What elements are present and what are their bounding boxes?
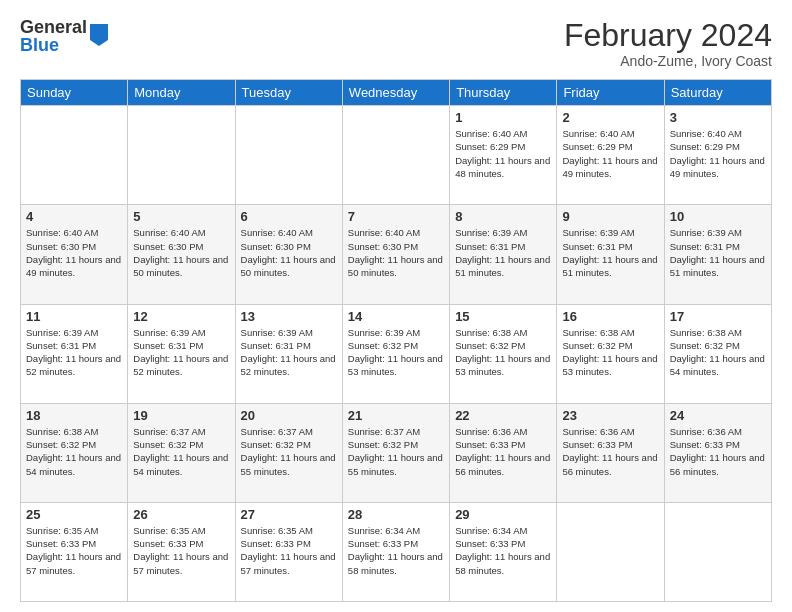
day-info: Sunrise: 6:40 AMSunset: 6:29 PMDaylight:… xyxy=(670,128,765,179)
day-number: 17 xyxy=(670,309,766,324)
day-number: 23 xyxy=(562,408,658,423)
calendar-cell: 10Sunrise: 6:39 AMSunset: 6:31 PMDayligh… xyxy=(664,205,771,304)
day-number: 3 xyxy=(670,110,766,125)
calendar-cell: 27Sunrise: 6:35 AMSunset: 6:33 PMDayligh… xyxy=(235,502,342,601)
day-number: 13 xyxy=(241,309,337,324)
calendar-cell: 7Sunrise: 6:40 AMSunset: 6:30 PMDaylight… xyxy=(342,205,449,304)
day-number: 25 xyxy=(26,507,122,522)
day-info: Sunrise: 6:40 AMSunset: 6:30 PMDaylight:… xyxy=(241,227,336,278)
calendar: Sunday Monday Tuesday Wednesday Thursday… xyxy=(20,79,772,602)
day-number: 19 xyxy=(133,408,229,423)
day-info: Sunrise: 6:40 AMSunset: 6:30 PMDaylight:… xyxy=(133,227,228,278)
day-info: Sunrise: 6:34 AMSunset: 6:33 PMDaylight:… xyxy=(348,525,443,576)
calendar-cell: 4Sunrise: 6:40 AMSunset: 6:30 PMDaylight… xyxy=(21,205,128,304)
calendar-cell: 6Sunrise: 6:40 AMSunset: 6:30 PMDaylight… xyxy=(235,205,342,304)
day-info: Sunrise: 6:39 AMSunset: 6:31 PMDaylight:… xyxy=(562,227,657,278)
day-info: Sunrise: 6:39 AMSunset: 6:31 PMDaylight:… xyxy=(26,327,121,378)
calendar-cell: 28Sunrise: 6:34 AMSunset: 6:33 PMDayligh… xyxy=(342,502,449,601)
day-info: Sunrise: 6:37 AMSunset: 6:32 PMDaylight:… xyxy=(133,426,228,477)
calendar-cell: 11Sunrise: 6:39 AMSunset: 6:31 PMDayligh… xyxy=(21,304,128,403)
calendar-cell xyxy=(235,106,342,205)
day-number: 15 xyxy=(455,309,551,324)
calendar-cell: 21Sunrise: 6:37 AMSunset: 6:32 PMDayligh… xyxy=(342,403,449,502)
day-info: Sunrise: 6:38 AMSunset: 6:32 PMDaylight:… xyxy=(26,426,121,477)
calendar-cell: 12Sunrise: 6:39 AMSunset: 6:31 PMDayligh… xyxy=(128,304,235,403)
header-tuesday: Tuesday xyxy=(235,80,342,106)
day-number: 2 xyxy=(562,110,658,125)
day-number: 10 xyxy=(670,209,766,224)
calendar-cell: 29Sunrise: 6:34 AMSunset: 6:33 PMDayligh… xyxy=(450,502,557,601)
calendar-cell: 2Sunrise: 6:40 AMSunset: 6:29 PMDaylight… xyxy=(557,106,664,205)
day-info: Sunrise: 6:36 AMSunset: 6:33 PMDaylight:… xyxy=(670,426,765,477)
day-number: 27 xyxy=(241,507,337,522)
calendar-week-0: 1Sunrise: 6:40 AMSunset: 6:29 PMDaylight… xyxy=(21,106,772,205)
day-info: Sunrise: 6:38 AMSunset: 6:32 PMDaylight:… xyxy=(670,327,765,378)
day-number: 4 xyxy=(26,209,122,224)
calendar-cell: 1Sunrise: 6:40 AMSunset: 6:29 PMDaylight… xyxy=(450,106,557,205)
day-info: Sunrise: 6:39 AMSunset: 6:31 PMDaylight:… xyxy=(670,227,765,278)
day-info: Sunrise: 6:37 AMSunset: 6:32 PMDaylight:… xyxy=(348,426,443,477)
calendar-cell: 16Sunrise: 6:38 AMSunset: 6:32 PMDayligh… xyxy=(557,304,664,403)
calendar-cell: 19Sunrise: 6:37 AMSunset: 6:32 PMDayligh… xyxy=(128,403,235,502)
calendar-cell: 9Sunrise: 6:39 AMSunset: 6:31 PMDaylight… xyxy=(557,205,664,304)
day-number: 14 xyxy=(348,309,444,324)
calendar-week-2: 11Sunrise: 6:39 AMSunset: 6:31 PMDayligh… xyxy=(21,304,772,403)
day-number: 1 xyxy=(455,110,551,125)
calendar-cell: 8Sunrise: 6:39 AMSunset: 6:31 PMDaylight… xyxy=(450,205,557,304)
day-info: Sunrise: 6:40 AMSunset: 6:29 PMDaylight:… xyxy=(455,128,550,179)
day-info: Sunrise: 6:35 AMSunset: 6:33 PMDaylight:… xyxy=(241,525,336,576)
day-info: Sunrise: 6:38 AMSunset: 6:32 PMDaylight:… xyxy=(455,327,550,378)
day-info: Sunrise: 6:40 AMSunset: 6:29 PMDaylight:… xyxy=(562,128,657,179)
page: General Blue February 2024 Ando-Zume, Iv… xyxy=(0,0,792,612)
location: Ando-Zume, Ivory Coast xyxy=(564,53,772,69)
calendar-cell xyxy=(21,106,128,205)
day-info: Sunrise: 6:35 AMSunset: 6:33 PMDaylight:… xyxy=(133,525,228,576)
day-number: 29 xyxy=(455,507,551,522)
day-info: Sunrise: 6:40 AMSunset: 6:30 PMDaylight:… xyxy=(348,227,443,278)
header-thursday: Thursday xyxy=(450,80,557,106)
day-number: 28 xyxy=(348,507,444,522)
weekday-header-row: Sunday Monday Tuesday Wednesday Thursday… xyxy=(21,80,772,106)
calendar-cell: 26Sunrise: 6:35 AMSunset: 6:33 PMDayligh… xyxy=(128,502,235,601)
day-number: 12 xyxy=(133,309,229,324)
day-number: 16 xyxy=(562,309,658,324)
calendar-cell: 17Sunrise: 6:38 AMSunset: 6:32 PMDayligh… xyxy=(664,304,771,403)
calendar-cell: 14Sunrise: 6:39 AMSunset: 6:32 PMDayligh… xyxy=(342,304,449,403)
calendar-cell: 25Sunrise: 6:35 AMSunset: 6:33 PMDayligh… xyxy=(21,502,128,601)
day-info: Sunrise: 6:37 AMSunset: 6:32 PMDaylight:… xyxy=(241,426,336,477)
calendar-cell: 13Sunrise: 6:39 AMSunset: 6:31 PMDayligh… xyxy=(235,304,342,403)
logo-icon xyxy=(90,24,108,46)
day-number: 11 xyxy=(26,309,122,324)
day-number: 20 xyxy=(241,408,337,423)
header-monday: Monday xyxy=(128,80,235,106)
day-info: Sunrise: 6:39 AMSunset: 6:31 PMDaylight:… xyxy=(241,327,336,378)
day-number: 24 xyxy=(670,408,766,423)
header-wednesday: Wednesday xyxy=(342,80,449,106)
calendar-week-4: 25Sunrise: 6:35 AMSunset: 6:33 PMDayligh… xyxy=(21,502,772,601)
calendar-cell xyxy=(664,502,771,601)
day-info: Sunrise: 6:39 AMSunset: 6:31 PMDaylight:… xyxy=(133,327,228,378)
svg-marker-0 xyxy=(90,24,108,46)
logo: General Blue xyxy=(20,18,108,54)
day-number: 7 xyxy=(348,209,444,224)
day-number: 5 xyxy=(133,209,229,224)
day-info: Sunrise: 6:40 AMSunset: 6:30 PMDaylight:… xyxy=(26,227,121,278)
calendar-week-1: 4Sunrise: 6:40 AMSunset: 6:30 PMDaylight… xyxy=(21,205,772,304)
calendar-cell: 18Sunrise: 6:38 AMSunset: 6:32 PMDayligh… xyxy=(21,403,128,502)
day-number: 21 xyxy=(348,408,444,423)
calendar-cell: 23Sunrise: 6:36 AMSunset: 6:33 PMDayligh… xyxy=(557,403,664,502)
header-saturday: Saturday xyxy=(664,80,771,106)
logo-general: General xyxy=(20,18,87,36)
calendar-cell: 20Sunrise: 6:37 AMSunset: 6:32 PMDayligh… xyxy=(235,403,342,502)
day-info: Sunrise: 6:34 AMSunset: 6:33 PMDaylight:… xyxy=(455,525,550,576)
day-info: Sunrise: 6:36 AMSunset: 6:33 PMDaylight:… xyxy=(562,426,657,477)
logo-text: General Blue xyxy=(20,18,87,54)
day-number: 8 xyxy=(455,209,551,224)
header-friday: Friday xyxy=(557,80,664,106)
calendar-week-3: 18Sunrise: 6:38 AMSunset: 6:32 PMDayligh… xyxy=(21,403,772,502)
day-number: 26 xyxy=(133,507,229,522)
day-info: Sunrise: 6:39 AMSunset: 6:32 PMDaylight:… xyxy=(348,327,443,378)
day-number: 9 xyxy=(562,209,658,224)
day-number: 18 xyxy=(26,408,122,423)
header-sunday: Sunday xyxy=(21,80,128,106)
